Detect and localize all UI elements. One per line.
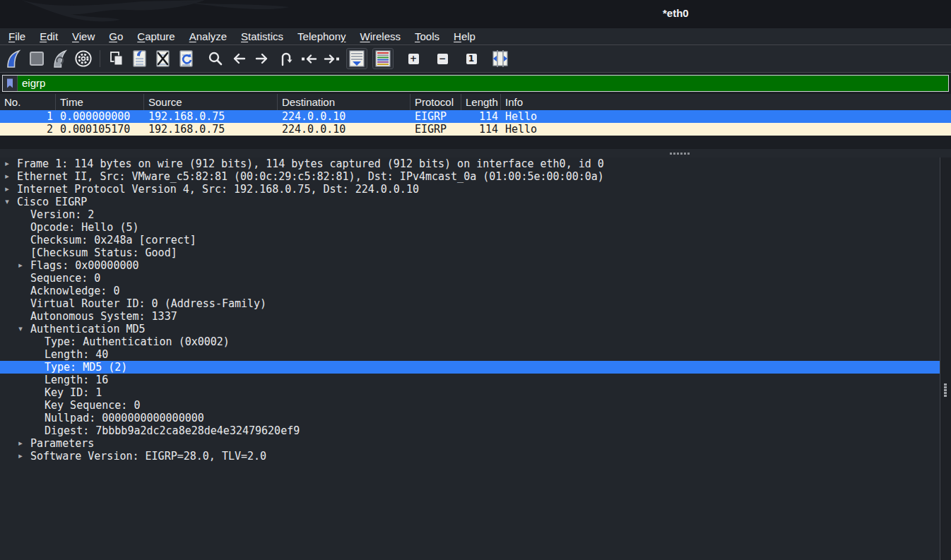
detail-row-frame[interactable]: Frame 1: 114 bytes on wire (912 bits), 1…	[0, 157, 940, 170]
expander-icon[interactable]	[16, 450, 25, 463]
detail-row-sequence[interactable]: Sequence: 0	[0, 272, 940, 285]
detail-row-ethernet[interactable]: Ethernet II, Src: VMware_c5:82:81 (00:0c…	[0, 170, 940, 183]
menu-telephony[interactable]: Telephony	[290, 28, 353, 44]
detail-row-nullpad[interactable]: Nullpad: 0000000000000000	[0, 412, 940, 424]
detail-row-authentication-md5[interactable]: Authentication MD5	[0, 323, 940, 335]
detail-row-key-id[interactable]: Key ID: 1	[0, 386, 940, 399]
restart-capture-button[interactable]	[51, 48, 69, 69]
title-bar: *eth0	[0, 0, 951, 28]
first-packet-button[interactable]	[300, 48, 318, 69]
detail-row-checksum-status[interactable]: [Checksum Status: Good]	[0, 246, 940, 259]
arrow-right-icon	[254, 50, 271, 67]
column-header-no[interactable]: No.	[0, 94, 56, 110]
packet-list-empty-area	[0, 136, 951, 149]
menu-view[interactable]: View	[65, 28, 102, 44]
detail-row-parameters[interactable]: Parameters	[0, 437, 940, 450]
go-forward-button[interactable]	[253, 48, 271, 69]
menu-go[interactable]: Go	[102, 28, 130, 44]
stop-square-icon	[28, 50, 45, 67]
column-header-length[interactable]: Length	[461, 94, 501, 110]
menu-help[interactable]: Help	[447, 28, 483, 44]
display-filter-bar: eigrp	[2, 75, 949, 92]
expander-icon[interactable]	[16, 259, 25, 272]
detail-row-version[interactable]: Version: 2	[0, 208, 940, 221]
details-scrollbar[interactable]	[940, 157, 951, 560]
zoom-out-icon	[437, 54, 448, 64]
reload-file-button[interactable]	[177, 48, 196, 69]
close-file-button[interactable]	[154, 48, 172, 69]
normal-size-button[interactable]	[462, 48, 480, 69]
restart-fin-icon	[52, 49, 69, 68]
resize-columns-button[interactable]	[491, 48, 509, 69]
display-filter-input[interactable]: eigrp	[18, 76, 948, 91]
expander-icon[interactable]	[16, 437, 25, 450]
detail-row-ip[interactable]: Internet Protocol Version 4, Src: 192.16…	[0, 183, 940, 196]
menu-bar: File Edit View Go Capture Analyze Statis…	[0, 28, 951, 44]
column-header-time[interactable]: Time	[56, 94, 144, 110]
window-title: *eth0	[663, 7, 689, 19]
go-back-button[interactable]	[230, 48, 248, 69]
expander-icon[interactable]	[2, 183, 12, 196]
detail-row-eigrp[interactable]: Cisco EIGRP	[0, 196, 940, 208]
menu-statistics[interactable]: Statistics	[234, 28, 290, 44]
menu-capture[interactable]: Capture	[130, 28, 182, 44]
open-file-button[interactable]	[107, 48, 126, 69]
resize-columns-icon	[491, 49, 509, 68]
jump-arrow-icon	[277, 50, 294, 67]
arrow-left-icon	[230, 50, 247, 67]
copy-squares-icon	[108, 50, 125, 67]
colorize-icon	[374, 49, 391, 68]
filter-bookmark-button[interactable]	[3, 76, 18, 91]
colorize-packets-button[interactable]	[372, 48, 394, 69]
detail-row-software-version[interactable]: Software Version: EIGRP=28.0, TLV=2.0	[0, 450, 940, 463]
packet-details-pane: Frame 1: 114 bytes on wire (912 bits), 1…	[0, 157, 951, 560]
document-fin-icon	[131, 49, 148, 68]
detail-row-flags[interactable]: Flags: 0x00000000	[0, 259, 940, 272]
detail-row-virtual-router-id[interactable]: Virtual Router ID: 0 (Address-Family)	[0, 297, 940, 310]
column-header-source[interactable]: Source	[144, 94, 278, 110]
column-header-destination[interactable]: Destination	[278, 94, 410, 110]
expander-icon[interactable]	[2, 157, 12, 170]
kali-dragon-logo	[0, 0, 332, 28]
go-to-packet-button[interactable]	[276, 48, 295, 69]
detail-row-auth-type[interactable]: Type: Authentication (0x0002)	[0, 335, 940, 348]
start-capture-button[interactable]	[4, 48, 23, 69]
expander-icon[interactable]	[2, 170, 12, 183]
save-file-button[interactable]	[131, 48, 149, 69]
column-header-info[interactable]: Info	[501, 94, 951, 110]
expander-icon[interactable]	[2, 196, 12, 208]
find-packet-button[interactable]	[206, 48, 225, 69]
zoom-in-icon	[408, 54, 419, 64]
menu-edit[interactable]: Edit	[33, 28, 65, 44]
detail-row-key-sequence[interactable]: Key Sequence: 0	[0, 399, 940, 412]
splitter-grip-icon	[670, 153, 690, 155]
document-reload-icon	[178, 49, 195, 68]
main-toolbar	[0, 44, 951, 73]
packet-row[interactable]: 2 0.000105170 192.168.0.75 224.0.0.10 EI…	[0, 123, 951, 136]
detail-row-digest[interactable]: Digest: 7bbbb9a2dc2ca8e28de4e32479620ef9	[0, 424, 940, 437]
detail-row-opcode[interactable]: Opcode: Hello (5)	[0, 221, 940, 234]
menu-wireless[interactable]: Wireless	[353, 28, 408, 44]
stop-capture-button[interactable]	[28, 48, 46, 69]
capture-options-button[interactable]	[74, 48, 93, 69]
expander-icon[interactable]	[16, 323, 25, 335]
column-header-protocol[interactable]: Protocol	[410, 94, 461, 110]
menu-file[interactable]: File	[1, 28, 33, 44]
scrollbar-grip-icon	[944, 383, 947, 397]
packet-row-selected[interactable]: 1 0.000000000 192.168.0.75 224.0.0.10 EI…	[0, 110, 951, 123]
menu-tools[interactable]: Tools	[408, 28, 447, 44]
detail-row-autonomous-system[interactable]: Autonomous System: 1337	[0, 310, 940, 323]
auto-scroll-button[interactable]	[346, 48, 367, 69]
detail-tree: Frame 1: 114 bytes on wire (912 bits), 1…	[0, 157, 940, 463]
detail-row-auth-length[interactable]: Length: 40	[0, 348, 940, 361]
detail-row-md5-type-selected[interactable]: Type: MD5 (2)	[0, 361, 940, 374]
zoom-out-button[interactable]	[433, 48, 451, 69]
menu-analyze[interactable]: Analyze	[182, 28, 234, 44]
detail-row-acknowledge[interactable]: Acknowledge: 0	[0, 285, 940, 297]
detail-row-md5-length[interactable]: Length: 16	[0, 374, 940, 386]
pane-splitter[interactable]	[0, 149, 951, 157]
last-packet-button[interactable]	[323, 48, 341, 69]
detail-row-checksum[interactable]: Checksum: 0x248a [correct]	[0, 234, 940, 246]
search-icon	[207, 50, 224, 67]
zoom-in-button[interactable]	[404, 48, 423, 69]
